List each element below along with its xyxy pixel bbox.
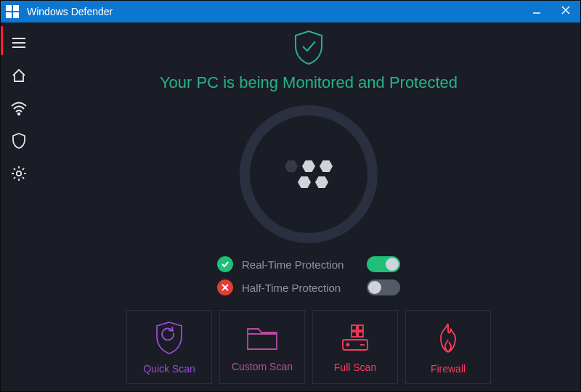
sidebar (1, 23, 37, 392)
svg-point-16 (347, 344, 349, 346)
svg-rect-19 (358, 325, 363, 330)
realtime-protection-label: Real-Time Protection (242, 258, 358, 271)
gear-icon (10, 165, 28, 182)
loading-spinner-icon (285, 160, 333, 188)
x-circle-icon (217, 279, 233, 295)
realtime-protection-toggle[interactable] (367, 256, 400, 272)
svg-rect-21 (358, 332, 363, 337)
svg-rect-2 (6, 12, 12, 18)
halftime-protection-label: Half-Time Protection (242, 282, 358, 294)
halftime-protection-toggle[interactable] (367, 279, 400, 295)
hamburger-icon (11, 35, 27, 51)
titlebar: Windows Defender (1, 1, 580, 23)
home-icon (11, 68, 27, 83)
firewall-label: Firewall (431, 363, 466, 375)
realtime-protection-row: Real-Time Protection (217, 256, 400, 272)
svg-rect-20 (352, 332, 357, 337)
quick-scan-label: Quick Scan (143, 363, 195, 375)
svg-rect-1 (13, 5, 19, 11)
svg-point-10 (18, 113, 20, 115)
sidebar-item-shield[interactable] (1, 124, 37, 157)
main-content: Your PC is being Monitored and Protected… (37, 23, 580, 392)
status-shield-icon (291, 28, 326, 69)
minimize-button[interactable] (522, 1, 551, 23)
windows-logo-icon (1, 5, 24, 18)
quick-scan-button[interactable]: Quick Scan (126, 310, 212, 384)
firewall-icon (432, 319, 464, 356)
folder-icon (244, 322, 280, 354)
full-scan-label: Full Scan (334, 362, 376, 373)
check-circle-icon (217, 256, 233, 272)
custom-scan-button[interactable]: Custom Scan (219, 310, 305, 384)
action-bar: Quick Scan Custom Scan Full Scan Firewal… (126, 310, 491, 384)
scan-progress-ring (240, 105, 378, 243)
sidebar-item-menu[interactable] (1, 26, 37, 59)
close-button[interactable] (551, 1, 580, 23)
svg-rect-3 (13, 12, 19, 18)
window-title: Windows Defender (24, 6, 522, 17)
sidebar-item-wifi[interactable] (1, 91, 37, 124)
shield-icon (11, 132, 27, 150)
wifi-icon (10, 100, 28, 116)
sidebar-item-home[interactable] (1, 59, 37, 91)
shield-refresh-icon (153, 319, 186, 356)
status-headline: Your PC is being Monitored and Protected (160, 73, 458, 92)
halftime-protection-row: Half-Time Protection (217, 279, 400, 295)
full-scan-button[interactable]: Full Scan (312, 310, 398, 384)
svg-rect-0 (6, 5, 12, 11)
svg-rect-18 (352, 325, 357, 330)
custom-scan-label: Custom Scan (232, 361, 293, 372)
firewall-button[interactable]: Firewall (405, 310, 491, 384)
svg-point-11 (17, 171, 21, 175)
sidebar-item-settings[interactable] (1, 157, 37, 189)
drive-windows-icon (337, 321, 373, 354)
sidebar-active-indicator (1, 26, 3, 55)
